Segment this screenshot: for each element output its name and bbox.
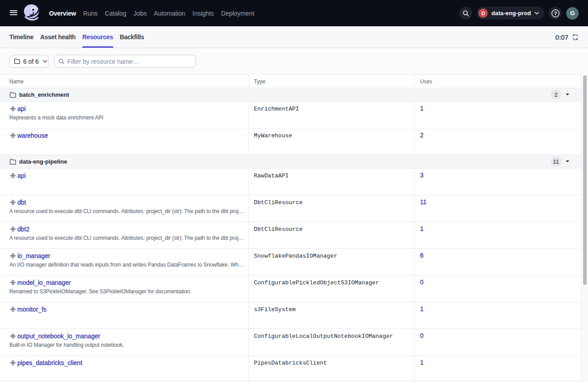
- svg-text:?: ?: [554, 11, 557, 16]
